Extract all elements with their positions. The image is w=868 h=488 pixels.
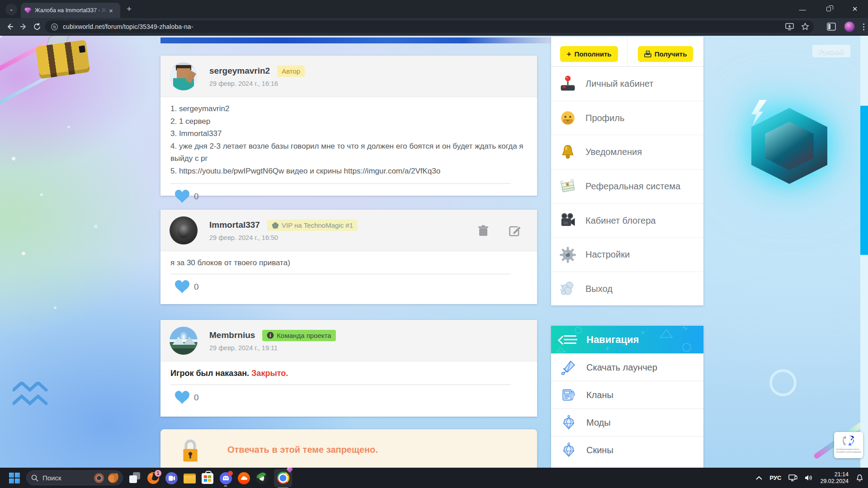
search-highlight-donut-icon — [94, 473, 104, 483]
tray-date: 29.02.2024 — [820, 478, 849, 485]
plus-icon: + — [566, 50, 571, 59]
microsoft-store-icon[interactable] — [202, 472, 213, 484]
browser-toolbar: cubixworld.net/forum/topic/35349-zhaloba… — [0, 18, 868, 35]
clipped-balance-text: — — — — [551, 37, 627, 38]
menu-item-settings[interactable]: Настройки — [551, 237, 703, 272]
like-heart-icon[interactable] — [175, 190, 189, 203]
window-controls: — ✕ — [789, 0, 868, 18]
man-face-icon — [559, 109, 576, 127]
verdict-text: Игрок был наказан. — [170, 369, 249, 378]
taskbar-search[interactable]: Поиск — [26, 470, 123, 485]
bell-icon — [559, 144, 576, 161]
site-info-icon[interactable] — [51, 23, 58, 31]
receive-button[interactable]: Получить — [638, 46, 693, 62]
nav-item-skins[interactable]: Скины — [551, 436, 703, 464]
side-panel-icon[interactable] — [827, 23, 836, 31]
nav-item-download-launcher[interactable]: Скачать лаунчер — [551, 353, 703, 381]
running-indicator — [224, 485, 227, 487]
post-line: 1. sergeymavrin2 — [170, 103, 527, 115]
browser-app-icon[interactable]: 1 — [147, 472, 159, 484]
user-avatar[interactable] — [170, 62, 198, 90]
discord-icon[interactable] — [220, 472, 231, 484]
reload-icon[interactable] — [32, 21, 42, 32]
chat-app-icon[interactable] — [165, 472, 177, 484]
chrome-taskbar-icon[interactable] — [274, 469, 292, 487]
post-line: 5. https://youtu.be/pwIPwgtN6Qw видео и … — [170, 165, 527, 178]
hamburger-menu-icon[interactable] — [561, 334, 577, 345]
notification-bell-icon[interactable] — [856, 474, 863, 482]
like-count: 0 — [194, 192, 199, 202]
install-icon[interactable] — [785, 23, 794, 31]
username-link[interactable]: sergeymavrin2 — [209, 66, 270, 76]
restore-button[interactable] — [816, 0, 842, 18]
forum-post: Membrnius i Команда проекта 29 февр. 202… — [160, 320, 537, 417]
topup-button[interactable]: + Пополнить — [560, 46, 618, 62]
like-heart-icon[interactable] — [175, 280, 189, 293]
tab-close-icon[interactable]: × — [109, 7, 113, 14]
task-view-button[interactable] — [129, 472, 141, 484]
volume-icon[interactable] — [805, 474, 813, 481]
menu-item-personal-cabinet[interactable]: Личный кабинет — [551, 66, 703, 101]
minimize-button[interactable]: — — [789, 0, 816, 18]
post-date: 29 февр. 2024 г., 16:16 — [209, 80, 305, 87]
new-tab-button[interactable]: + — [127, 4, 132, 14]
menu-item-notifications[interactable]: Уведомления — [551, 135, 703, 169]
ring-decoration — [769, 369, 797, 396]
language-indicator[interactable]: РУС — [769, 474, 781, 481]
close-button[interactable]: ✕ — [842, 0, 868, 18]
url-text[interactable]: cubixworld.net/forum/topic/35349-zhaloba… — [63, 23, 193, 30]
bookmark-star-icon[interactable] — [801, 23, 809, 31]
nav-item-clans[interactable]: Кланы — [551, 381, 703, 408]
search-placeholder[interactable]: Поиск — [42, 474, 90, 482]
clock[interactable]: 21:14 29.02.2024 — [820, 471, 849, 485]
like-heart-icon[interactable] — [175, 391, 189, 404]
user-avatar[interactable] — [170, 327, 198, 355]
forum-page: sergeymavrin2 Автор 29 февр. 2024 г., 16… — [0, 36, 868, 468]
browser-tabbar: ⌄ Жалоба на Immortal337 - Жало × + — ✕ — [0, 0, 868, 18]
scrollbar-thumb[interactable] — [860, 106, 868, 255]
joystick-icon — [559, 75, 576, 92]
soundcloud-icon[interactable] — [238, 472, 250, 484]
clipped-bonus-text: — — — — [627, 37, 703, 38]
menu-item-profile[interactable]: Профиль — [551, 101, 703, 135]
profile-avatar[interactable] — [844, 21, 855, 32]
post-header: Membrnius i Команда проекта 29 февр. 202… — [160, 320, 537, 361]
recaptcha-badge[interactable]: Конфиденциальность - Условия использован… — [834, 432, 863, 458]
user-avatar[interactable] — [170, 216, 198, 244]
username-link[interactable]: Immortal337 — [209, 220, 260, 230]
username-link[interactable]: Membrnius — [209, 330, 255, 340]
delete-post-icon[interactable] — [477, 225, 489, 237]
language-button[interactable]: Русский — [812, 45, 850, 57]
post-date: 29 февр. 2024 г., 19:11 — [209, 344, 336, 352]
vip-badge: VIP на TechnoMagic #1 — [267, 220, 358, 231]
tray-time: 21:14 — [820, 471, 849, 478]
gem-icon — [561, 415, 576, 430]
pentagon-icon — [272, 222, 279, 229]
forward-icon[interactable] — [18, 21, 29, 32]
author-badge: Автор — [277, 66, 305, 77]
file-explorer-icon[interactable] — [184, 472, 195, 484]
glowing-cube-decoration — [751, 108, 827, 184]
browser-menu-icon[interactable] — [863, 23, 864, 30]
recaptcha-terms-text[interactable]: Условия использования — [836, 450, 861, 453]
page-scrollbar[interactable] — [860, 36, 868, 468]
navigation-title: Навигация — [586, 334, 639, 346]
edit-post-icon[interactable] — [509, 225, 521, 237]
start-button[interactable] — [9, 473, 20, 483]
menu-item-blogger-cabinet[interactable]: Кабинет блогера — [551, 203, 703, 238]
wave-doodle-decoration — [13, 382, 62, 413]
account-menu: — — — + Пополнить — — — Получить Личный — [551, 37, 703, 305]
navigation-header: Навигация — [551, 326, 703, 353]
menu-item-referral[interactable]: $ Реферальная система — [551, 169, 703, 203]
tab-search-chevron-icon[interactable]: ⌄ — [5, 4, 17, 15]
taskbar: Поиск 1 — [0, 468, 868, 488]
game-launcher-icon[interactable] — [256, 472, 268, 484]
nav-item-mods[interactable]: Моды — [551, 408, 703, 436]
gem-icon — [561, 442, 576, 458]
tray-chevron-icon[interactable] — [756, 476, 762, 480]
network-icon[interactable] — [788, 474, 797, 482]
menu-item-logout[interactable]: Выход — [551, 272, 703, 306]
back-icon[interactable] — [5, 21, 15, 32]
address-bar[interactable]: cubixworld.net/forum/topic/35349-zhaloba… — [45, 20, 814, 33]
active-tab[interactable]: Жалоба на Immortal337 - Жало × — [21, 3, 120, 18]
